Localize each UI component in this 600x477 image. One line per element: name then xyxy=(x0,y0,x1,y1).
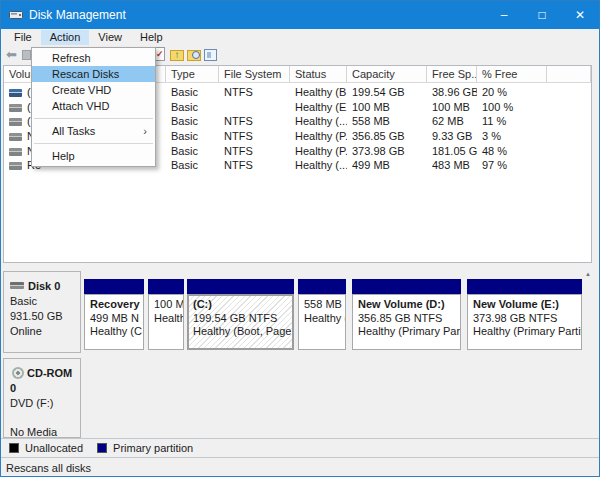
menu-item-attach-vhd[interactable]: Attach VHD xyxy=(32,98,155,114)
disk0-name: Disk 0 xyxy=(28,280,60,292)
volume-type: Basic xyxy=(166,159,219,171)
partition-efi[interactable]: 100 M Health xyxy=(148,294,184,350)
disk-management-window: Disk Management – □ ✕ File Action View H… xyxy=(0,0,600,477)
disk0-status: Online xyxy=(10,324,80,339)
cdrom-panel[interactable]: CD-ROM 0 DVD (F:) No Media xyxy=(3,358,81,438)
volume-capacity: 100 MB xyxy=(347,101,427,113)
graphical-view-scrollbar[interactable]: ▲ xyxy=(583,269,593,438)
volume-free: 100 MB xyxy=(427,101,477,113)
menu-item-help[interactable]: Help xyxy=(32,148,155,164)
column-header-status[interactable]: Status xyxy=(290,66,347,82)
minimize-button[interactable]: – xyxy=(485,1,523,29)
primary-partition-label: Primary partition xyxy=(113,442,193,454)
menu-bar: File Action View Help xyxy=(1,29,599,46)
primary-partition-swatch xyxy=(97,443,107,453)
unallocated-swatch xyxy=(9,443,19,453)
up-folder-icon[interactable] xyxy=(170,50,184,61)
volume-status: Healthy (E... xyxy=(290,101,347,113)
title-bar: Disk Management – □ ✕ xyxy=(1,1,599,29)
disk-icon xyxy=(10,282,24,289)
action-menu: Refresh Rescan Disks Create VHD Attach V… xyxy=(31,47,156,167)
partition-bar-efi xyxy=(148,279,184,294)
back-icon[interactable]: ⬅ xyxy=(6,48,17,61)
volume-capacity: 558 MB xyxy=(347,115,427,127)
console-tree-icon[interactable] xyxy=(22,50,31,60)
volume-type: Basic xyxy=(166,86,219,98)
volume-icon xyxy=(9,89,22,97)
partition-recovery[interactable]: Recovery 499 MB N Healthy (C xyxy=(84,294,144,350)
volume-status: Healthy (... xyxy=(290,159,347,171)
partition-e[interactable]: New Volume (E:) 373.98 GB NTFS Healthy (… xyxy=(467,294,582,350)
disk0-panel[interactable]: Disk 0 Basic 931.50 GB Online xyxy=(3,271,81,353)
volume-free: 181.05 GB xyxy=(427,145,477,157)
volume-type: Basic xyxy=(166,101,219,113)
column-header-free-space[interactable]: Free Sp... xyxy=(427,66,477,82)
volume-capacity: 499 MB xyxy=(347,159,427,171)
volume-pct-free: 48 % xyxy=(477,145,547,157)
maximize-button[interactable]: □ xyxy=(523,1,561,29)
volume-icon xyxy=(9,133,22,141)
column-header-type[interactable]: Type xyxy=(166,66,219,82)
volume-type: Basic xyxy=(166,130,219,142)
volume-capacity: 373.98 GB xyxy=(347,145,427,157)
menu-separator xyxy=(34,118,153,119)
volume-pct-free: 11 % xyxy=(477,115,547,127)
status-bar: Rescans all disks xyxy=(1,458,599,477)
volume-pct-free: 3 % xyxy=(477,130,547,142)
search-folder-icon[interactable] xyxy=(187,50,201,61)
window-title: Disk Management xyxy=(29,8,126,22)
volume-icon xyxy=(9,162,22,170)
disk-management-app-icon xyxy=(9,9,23,21)
menu-help[interactable]: Help xyxy=(131,30,172,45)
volume-fs: NTFS xyxy=(219,115,290,127)
volume-fs: NTFS xyxy=(219,130,290,142)
column-header-blank xyxy=(547,66,591,82)
volume-free: 38.96 GB xyxy=(427,86,477,98)
partition-bar-e xyxy=(467,279,582,294)
scroll-up-icon[interactable]: ▲ xyxy=(583,269,593,277)
partition-558mb[interactable]: 558 MB N Healthy (C xyxy=(298,294,346,350)
unallocated-label: Unallocated xyxy=(25,442,83,454)
menu-item-rescan-disks[interactable]: Rescan Disks xyxy=(32,66,155,82)
volume-fs: NTFS xyxy=(219,145,290,157)
volume-fs: NTFS xyxy=(219,86,290,98)
submenu-arrow-icon: › xyxy=(143,123,147,139)
volume-status: Healthy (P... xyxy=(290,145,347,157)
menu-item-refresh[interactable]: Refresh xyxy=(32,50,155,66)
volume-capacity: 199.54 GB xyxy=(347,86,427,98)
partition-bar-recovery xyxy=(84,279,144,294)
volume-status: Healthy (B... xyxy=(290,86,347,98)
volume-icon xyxy=(9,118,22,126)
partition-d[interactable]: New Volume (D:) 356.85 GB NTFS Healthy (… xyxy=(352,294,461,350)
disk0-type: Basic xyxy=(10,294,80,309)
volume-icon xyxy=(9,104,22,112)
partition-c[interactable]: (C:) 199.54 GB NTFS Healthy (Boot, Page … xyxy=(187,294,294,350)
menu-view[interactable]: View xyxy=(89,30,131,45)
column-header-file-system[interactable]: File System xyxy=(219,66,290,82)
column-header-capacity[interactable]: Capacity xyxy=(347,66,427,82)
menu-file[interactable]: File xyxy=(5,30,41,45)
menu-item-all-tasks[interactable]: All Tasks › xyxy=(32,123,155,139)
close-button[interactable]: ✕ xyxy=(561,1,599,29)
volume-free: 9.33 GB xyxy=(427,130,477,142)
disk0-size: 931.50 GB xyxy=(10,309,80,324)
volume-status: Healthy (P... xyxy=(290,130,347,142)
menu-item-create-vhd[interactable]: Create VHD xyxy=(32,82,155,98)
volume-pct-free: 20 % xyxy=(477,86,547,98)
volume-pct-free: 97 % xyxy=(477,159,547,171)
properties-icon[interactable] xyxy=(204,49,217,61)
volume-capacity: 356.85 GB xyxy=(347,130,427,142)
volume-icon xyxy=(9,148,22,156)
volume-type: Basic xyxy=(166,115,219,127)
volume-pct-free: 100 % xyxy=(477,101,547,113)
status-text: Rescans all disks xyxy=(6,462,91,474)
partition-bar-c xyxy=(187,279,294,294)
menu-separator xyxy=(34,143,153,144)
volume-free: 62 MB xyxy=(427,115,477,127)
legend-bar: Unallocated Primary partition xyxy=(1,439,599,457)
volume-fs: NTFS xyxy=(219,159,290,171)
cdrom-drive: DVD (F:) xyxy=(10,396,80,411)
menu-action[interactable]: Action xyxy=(41,30,90,45)
cd-icon xyxy=(12,367,24,379)
column-header-pct-free[interactable]: % Free xyxy=(477,66,547,82)
